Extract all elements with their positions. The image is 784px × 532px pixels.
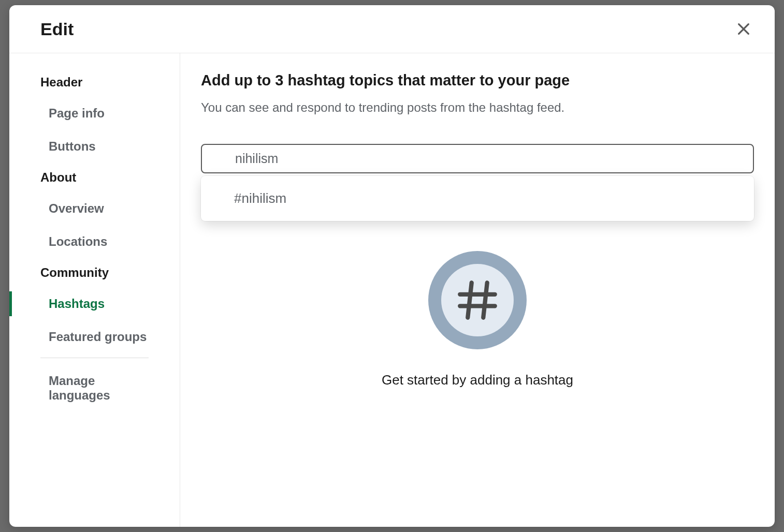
close-button[interactable]	[733, 19, 754, 39]
sidebar-section-about: About	[9, 163, 180, 192]
sidebar-section-header: Header	[9, 68, 180, 97]
modal-title: Edit	[40, 19, 74, 39]
sidebar-item-hashtags[interactable]: Hashtags	[9, 287, 180, 320]
hashtag-input[interactable]	[201, 144, 754, 173]
main-subtext: You can see and respond to trending post…	[201, 100, 754, 115]
sidebar: Header Page info Buttons About Overview …	[9, 53, 180, 527]
empty-state-text: Get started by adding a hashtag	[382, 372, 573, 388]
main-content: Add up to 3 hashtag topics that matter t…	[180, 53, 775, 527]
sidebar-item-manage-languages[interactable]: Manage languages	[9, 362, 180, 412]
sidebar-item-overview[interactable]: Overview	[9, 192, 180, 225]
sidebar-item-featured-groups[interactable]: Featured groups	[9, 320, 180, 353]
sidebar-divider	[40, 358, 149, 358]
empty-state: Get started by adding a hashtag	[201, 251, 754, 388]
modal-body: Header Page info Buttons About Overview …	[9, 53, 775, 527]
close-icon	[735, 21, 752, 37]
hashtag-icon-inner	[441, 264, 514, 336]
hashtag-suggestion-item[interactable]: #nihilism	[201, 176, 754, 221]
edit-modal: Edit Header Page info Buttons About Over…	[9, 5, 775, 527]
hashtag-icon	[454, 277, 501, 323]
sidebar-item-buttons[interactable]: Buttons	[9, 130, 180, 163]
sidebar-item-page-info[interactable]: Page info	[9, 97, 180, 130]
main-heading: Add up to 3 hashtag topics that matter t…	[201, 72, 754, 89]
hashtag-suggestion-dropdown: #nihilism	[201, 176, 754, 221]
hashtag-icon-circle	[428, 251, 527, 349]
modal-header: Edit	[9, 5, 775, 53]
sidebar-item-locations[interactable]: Locations	[9, 225, 180, 258]
sidebar-section-community: Community	[9, 258, 180, 287]
hashtag-input-wrapper: #nihilism	[201, 144, 754, 173]
